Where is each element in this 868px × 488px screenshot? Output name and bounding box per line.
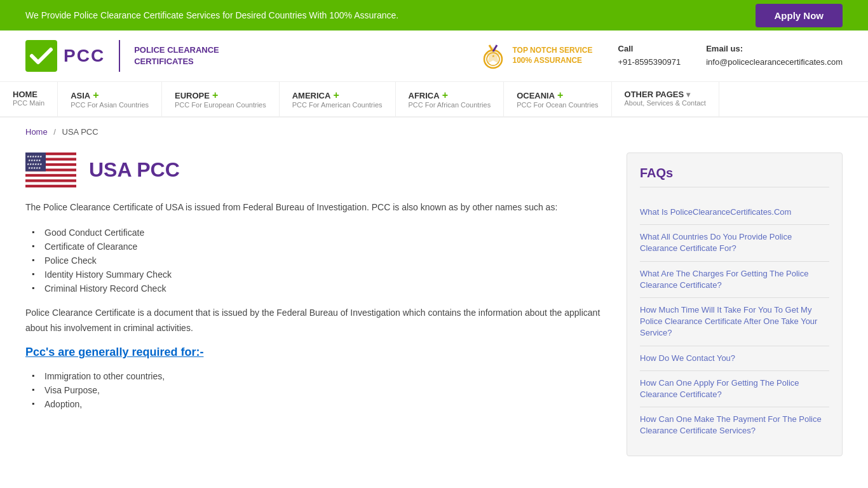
usa-flag: ★★★★★★ ★★★★★ ★★★★★★ ★★★★★	[25, 152, 76, 187]
list-item: Visa Purpose,	[32, 383, 607, 397]
banner-text: We Provide Police Clearance Certificate …	[25, 10, 398, 20]
breadcrumb: Home / USA PCC	[0, 118, 868, 146]
nav-oceania[interactable]: OCEANIA + PCC For Ocean Countries	[504, 82, 611, 116]
faq-item-1[interactable]: What Is PoliceClearanceCertificates.Com	[640, 200, 829, 225]
nav-africa-plus: +	[442, 90, 448, 101]
breadcrumb-current: USA PCC	[62, 127, 98, 137]
logo-pcc-text: PCC	[64, 46, 105, 66]
nav-europe-plus: +	[212, 90, 218, 101]
nav-oceania-plus: +	[557, 90, 563, 101]
nav-home[interactable]: HOME PCC Main	[0, 82, 58, 116]
nav-asia-sub: PCC For Asian Countries	[71, 101, 149, 109]
svg-text:★★★★★: ★★★★★	[28, 166, 41, 170]
list-item: Good Conduct Certificate	[32, 226, 607, 240]
nav-africa[interactable]: AFRICA + PCC For African Countries	[396, 82, 505, 116]
nav-america-sub: PCC For American Countries	[292, 101, 383, 109]
nav-other-label: OTHER PAGES ▾	[625, 90, 691, 99]
header: PCC POLICE CLEARANCECERTIFICATES ★ TOP N…	[0, 30, 868, 82]
logo-divider	[119, 40, 120, 72]
required-for-list: Immigration to other countries, Visa Pur…	[25, 369, 607, 411]
list-item: Identity History Summary Check	[32, 268, 607, 281]
svg-rect-11	[25, 172, 76, 174]
content-intro: The Police Clearance Certificate of USA …	[25, 200, 607, 215]
nav-europe[interactable]: EUROPE + PCC For European Countries	[162, 82, 280, 116]
list-item: Criminal History Record Check	[32, 281, 607, 295]
main-layout: ★★★★★★ ★★★★★ ★★★★★★ ★★★★★ USA PCC The Po…	[0, 146, 868, 482]
sidebar: FAQs What Is PoliceClearanceCertificates…	[627, 152, 843, 456]
contact-call: Call +91-8595390971	[618, 43, 681, 69]
nav-america[interactable]: AMERICA + PCC For American Countries	[280, 82, 396, 116]
contact-email: Email us: info@policeclearancecertificat…	[706, 43, 843, 69]
list-item: Immigration to other countries,	[32, 369, 607, 383]
top-notch-badge: ★ TOP NOTCH SERVICE 100% ASSURANCE	[480, 40, 592, 72]
page-title: USA PCC	[89, 158, 180, 182]
logo-full-text: POLICE CLEARANCECERTIFICATES	[134, 44, 219, 67]
nav-home-label: HOME	[13, 90, 37, 99]
nav-home-sub: PCC Main	[13, 99, 44, 107]
list-item: Certificate of Clearance	[32, 240, 607, 254]
nav-america-plus: +	[333, 90, 339, 101]
faq-item-2[interactable]: What All Countries Do You Provide Police…	[640, 225, 829, 261]
nav-europe-sub: PCC For European Countries	[175, 101, 266, 109]
list-item: Adoption,	[32, 397, 607, 411]
nav-oceania-sub: PCC For Ocean Countries	[517, 101, 598, 109]
main-nav: HOME PCC Main ASIA + PCC For Asian Count…	[0, 82, 868, 118]
nav-america-label: AMERICA +	[292, 90, 339, 101]
svg-rect-12	[25, 177, 76, 179]
faq-title: FAQs	[640, 166, 829, 187]
content-area: ★★★★★★ ★★★★★ ★★★★★★ ★★★★★ USA PCC The Po…	[25, 152, 607, 456]
faq-item-3[interactable]: What Are The Charges For Getting The Pol…	[640, 262, 829, 298]
faq-box: FAQs What Is PoliceClearanceCertificates…	[627, 152, 843, 456]
logo-icon	[25, 40, 57, 72]
nav-europe-label: EUROPE +	[175, 90, 218, 101]
top-banner: We Provide Police Clearance Certificate …	[0, 0, 868, 30]
required-for-link[interactable]: Pcc's are generally required for:-	[25, 346, 607, 359]
breadcrumb-home-link[interactable]: Home	[25, 127, 48, 137]
medal-icon: ★	[480, 40, 506, 72]
nav-other[interactable]: OTHER PAGES ▾ About, Services & Contact	[612, 82, 719, 116]
nav-asia[interactable]: ASIA + PCC For Asian Countries	[58, 82, 162, 116]
faq-item-6[interactable]: How Can One Apply For Getting The Police…	[640, 371, 829, 407]
svg-rect-13	[25, 182, 76, 185]
aliases-list: Good Conduct Certificate Certificate of …	[25, 226, 607, 295]
faq-item-5[interactable]: How Do We Contact You?	[640, 346, 829, 371]
nav-oceania-label: OCEANIA +	[517, 90, 563, 101]
apply-now-button[interactable]: Apply Now	[756, 4, 843, 27]
list-item: Police Check	[32, 254, 607, 268]
top-notch-text: TOP NOTCH SERVICE 100% ASSURANCE	[512, 46, 592, 65]
nav-africa-sub: PCC For African Countries	[409, 101, 491, 109]
nav-other-sub: About, Services & Contact	[625, 99, 706, 107]
nav-asia-plus: +	[93, 90, 98, 101]
nav-other-chevron: ▾	[686, 90, 690, 99]
faq-item-4[interactable]: How Much Time Will It Take For You To Ge…	[640, 298, 829, 346]
nav-asia-label: ASIA +	[71, 90, 98, 101]
page-title-area: ★★★★★★ ★★★★★ ★★★★★★ ★★★★★ USA PCC	[25, 152, 607, 187]
faq-item-7[interactable]: How Can One Make The Payment For The Pol…	[640, 407, 829, 443]
header-right: ★ TOP NOTCH SERVICE 100% ASSURANCE Call …	[480, 40, 843, 72]
logo-area: PCC POLICE CLEARANCECERTIFICATES	[25, 40, 219, 72]
content-description: Police Clearance Certificate is a docume…	[25, 306, 607, 336]
breadcrumb-separator: /	[53, 127, 56, 137]
nav-africa-label: AFRICA +	[409, 90, 448, 101]
